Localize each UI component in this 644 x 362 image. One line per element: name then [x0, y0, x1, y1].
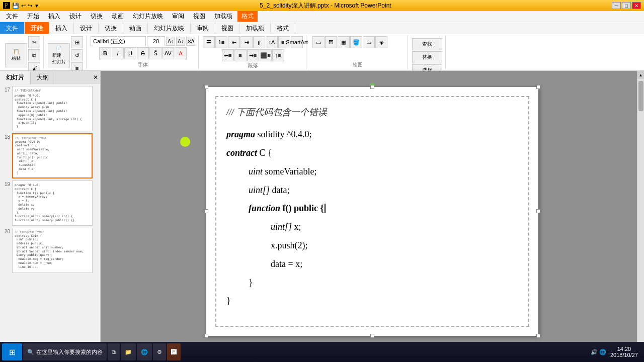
code-textbox[interactable]: /// 下面代码包含一个错误 pragma solidity ^0.4.0; c… — [216, 97, 528, 326]
font-name-input[interactable] — [91, 36, 146, 46]
tab-file[interactable]: 文件 — [0, 22, 25, 34]
tab-home[interactable]: 开始 — [25, 22, 49, 34]
tab-insert[interactable]: 插入 — [49, 22, 74, 34]
align-left-button[interactable]: ⬅≡ — [222, 49, 234, 61]
maximize-button[interactable]: □ — [622, 2, 631, 9]
selection-handle-tr[interactable] — [536, 85, 540, 89]
selection-handle-tl[interactable] — [204, 85, 208, 89]
find-button[interactable]: 查找 — [412, 38, 442, 50]
menu-home[interactable]: 开始 — [23, 11, 43, 22]
selection-handle-ml[interactable] — [204, 209, 208, 213]
file-explorer-button[interactable]: 📁 — [121, 343, 136, 360]
quick-access-redo[interactable]: ↪ — [28, 3, 32, 9]
tab-design[interactable]: 设计 — [74, 22, 99, 34]
tab-slideshow[interactable]: 幻灯片放映 — [148, 22, 191, 34]
quick-styles-button[interactable]: ▦ — [338, 36, 350, 48]
quick-access-undo[interactable]: ↩ — [21, 3, 26, 9]
bold-button[interactable]: B — [99, 47, 111, 59]
canvas-area[interactable]: /// 下面代码包含一个错误 pragma solidity ^0.4.0; c… — [101, 71, 644, 351]
selection-handle-bl[interactable] — [204, 334, 208, 338]
align-right-button[interactable]: ➡≡ — [247, 49, 259, 61]
edge-button[interactable]: 🌐 — [137, 343, 152, 360]
selection-handle-tm[interactable] — [370, 85, 374, 89]
quick-access-more[interactable]: ▼ — [34, 3, 39, 9]
panel-close-button[interactable]: ✕ — [91, 72, 100, 83]
scroll-thumb[interactable] — [638, 81, 643, 111]
scroll-up-button[interactable]: ▲ — [637, 71, 645, 79]
shape-fill-button[interactable]: 🪣 — [350, 36, 362, 48]
tab-addins[interactable]: 加载项 — [240, 22, 271, 34]
panel-tab-slides[interactable]: 幻灯片 — [0, 71, 31, 84]
justify-button[interactable]: ⬛≡ — [260, 49, 272, 61]
quick-access-save[interactable]: 💾 — [12, 3, 19, 9]
start-button[interactable]: ⊞ — [2, 343, 22, 360]
tab-view[interactable]: 视图 — [215, 22, 240, 34]
chrome-button[interactable]: ⚙ — [153, 343, 166, 360]
menu-design[interactable]: 设计 — [65, 11, 86, 22]
smartart-button[interactable]: SmartArt — [291, 36, 303, 48]
select-button[interactable]: 选择 — [412, 64, 442, 70]
menu-insert[interactable]: 插入 — [44, 11, 64, 22]
menu-slideshow[interactable]: 幻灯片放映 — [129, 11, 167, 22]
slide-thumb-17[interactable]: 17 // 下面代码为例子 pragma ^0.4.0; contract C … — [2, 86, 98, 131]
slide-thumb-20[interactable]: 20 // 下面代码也是一个例子 contract Coin { uint pu… — [2, 228, 98, 273]
selection-handle-br[interactable] — [536, 334, 540, 338]
canvas-scrollbar[interactable]: ▲ ▼ — [637, 71, 644, 351]
layout-button[interactable]: ⊞ — [71, 36, 83, 48]
italic-button[interactable]: I — [112, 47, 124, 59]
menu-view[interactable]: 视图 — [189, 11, 209, 22]
selection-handle-bm[interactable] — [370, 334, 374, 338]
shadow-button[interactable]: S̈ — [149, 47, 162, 59]
selection-handle-mr[interactable] — [536, 209, 540, 213]
bullets-button[interactable]: ☰ — [203, 36, 215, 48]
increase-indent-button[interactable]: ⇥ — [240, 36, 253, 48]
font-size-input[interactable] — [147, 36, 165, 46]
font-color-button[interactable]: A — [175, 47, 187, 59]
decrease-font-button[interactable]: A↓ — [176, 37, 185, 46]
taskview-button[interactable]: ⧉ — [108, 343, 120, 360]
section-button[interactable]: ≡ — [71, 62, 83, 70]
menu-animations[interactable]: 动画 — [108, 11, 128, 22]
strikethrough-button[interactable]: S — [137, 47, 149, 59]
copy-button[interactable]: ⧉ — [28, 49, 40, 61]
slide-image-20: // 下面代码也是一个例子 contract Coin { uint publi… — [12, 228, 93, 273]
cut-button[interactable]: ✂ — [28, 36, 40, 48]
decrease-indent-button[interactable]: ⇤ — [228, 36, 240, 48]
taskbar: ⊞ 🔍 在这里输入你要搜索的内容 ⧉ 📁 🌐 ⚙ 🅿 🔊 🌐 14:20 201… — [0, 342, 644, 362]
slide-thumb-19[interactable]: 19 pragma ^0.4.0; contract C { function … — [2, 180, 98, 226]
reset-button[interactable]: ↺ — [71, 49, 83, 61]
format-painter-button[interactable]: 🖌 — [28, 62, 40, 70]
numbering-button[interactable]: 1≡ — [215, 36, 227, 48]
paste-button[interactable]: 📋 粘贴 — [5, 43, 27, 67]
menu-review[interactable]: 审阅 — [168, 11, 188, 22]
increase-font-button[interactable]: A↑ — [166, 37, 175, 46]
shapes-button[interactable]: ▭ — [312, 36, 325, 48]
menu-format[interactable]: 格式 — [237, 11, 258, 22]
menu-file[interactable]: 文件 — [2, 11, 22, 22]
text-direction-button[interactable]: ↕A — [266, 36, 278, 48]
slide-thumb-18[interactable]: 18 /// 下面代码包含一个错误 pragma ^0.4.0; contrac… — [2, 133, 98, 178]
clear-format-button[interactable]: ✕A — [186, 37, 195, 46]
tab-format[interactable]: 格式 — [271, 22, 295, 34]
underline-button[interactable]: U — [124, 47, 136, 59]
search-bar[interactable]: 🔍 在这里输入你要搜索的内容 — [23, 343, 107, 360]
replace-button[interactable]: 替换 — [412, 51, 442, 63]
menu-addins[interactable]: 加载项 — [210, 11, 236, 22]
align-center-button[interactable]: ≡ — [234, 49, 247, 61]
line-spacing-button[interactable]: ↕≡ — [272, 49, 284, 61]
minimize-button[interactable]: ─ — [612, 2, 621, 9]
arrange-button[interactable]: ⚄ — [325, 36, 337, 48]
spacing-button[interactable]: AV — [162, 47, 174, 59]
tab-review[interactable]: 审阅 — [191, 22, 215, 34]
powerpoint-taskbar-button[interactable]: 🅿 — [167, 343, 181, 360]
new-slide-button[interactable]: 📄 新建幻灯片 — [48, 43, 70, 67]
close-button[interactable]: ✕ — [632, 2, 641, 9]
columns-button[interactable]: ⫿ — [253, 36, 265, 48]
menu-transitions[interactable]: 切换 — [87, 11, 107, 22]
shape-outline-button[interactable]: ▭ — [363, 36, 375, 48]
tab-transitions[interactable]: 切换 — [99, 22, 123, 34]
tab-animations[interactable]: 动画 — [123, 22, 148, 34]
panel-tab-outline[interactable]: 大纲 — [31, 71, 55, 84]
shape-effects-button[interactable]: ◈ — [375, 36, 387, 48]
panel-resize-handle[interactable] — [101, 71, 103, 351]
